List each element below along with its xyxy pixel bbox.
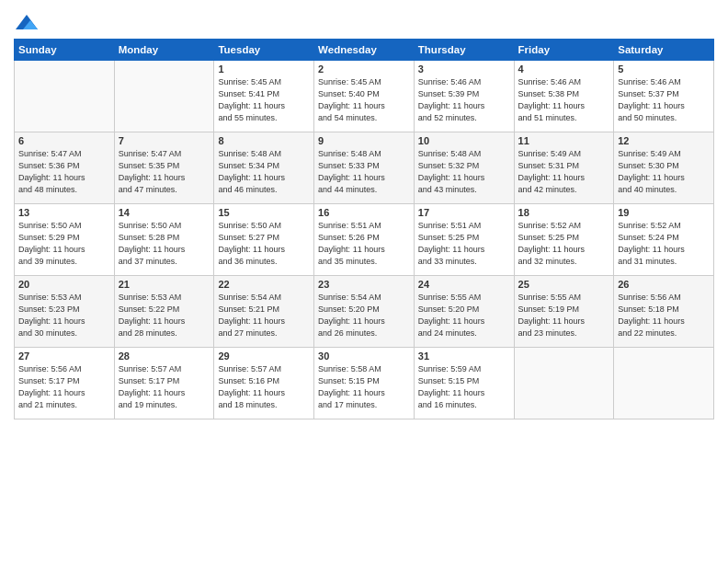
day-cell bbox=[15, 61, 115, 132]
day-info: Sunrise: 5:52 AM Sunset: 5:24 PM Dayligh… bbox=[618, 220, 710, 268]
day-cell: 15Sunrise: 5:50 AM Sunset: 5:27 PM Dayli… bbox=[214, 204, 314, 276]
day-info: Sunrise: 5:54 AM Sunset: 5:21 PM Dayligh… bbox=[218, 292, 310, 339]
day-cell: 8Sunrise: 5:48 AM Sunset: 5:34 PM Daylig… bbox=[214, 132, 314, 204]
day-info: Sunrise: 5:55 AM Sunset: 5:19 PM Dayligh… bbox=[518, 292, 610, 339]
day-info: Sunrise: 5:58 AM Sunset: 5:15 PM Dayligh… bbox=[318, 363, 410, 411]
day-info: Sunrise: 5:47 AM Sunset: 5:36 PM Dayligh… bbox=[18, 148, 110, 196]
day-number: 26 bbox=[618, 279, 710, 290]
day-info: Sunrise: 5:56 AM Sunset: 5:17 PM Dayligh… bbox=[18, 363, 110, 411]
day-info: Sunrise: 5:57 AM Sunset: 5:16 PM Dayligh… bbox=[218, 363, 310, 411]
day-info: Sunrise: 5:49 AM Sunset: 5:31 PM Dayligh… bbox=[518, 148, 610, 196]
day-cell: 11Sunrise: 5:49 AM Sunset: 5:31 PM Dayli… bbox=[514, 132, 614, 204]
day-cell: 26Sunrise: 5:56 AM Sunset: 5:18 PM Dayli… bbox=[614, 276, 714, 348]
day-info: Sunrise: 5:59 AM Sunset: 5:15 PM Dayligh… bbox=[418, 363, 510, 411]
day-cell: 20Sunrise: 5:53 AM Sunset: 5:23 PM Dayli… bbox=[15, 276, 115, 348]
weekday-header-sunday: Sunday bbox=[15, 40, 115, 61]
day-number: 9 bbox=[318, 135, 410, 146]
day-number: 1 bbox=[218, 63, 310, 75]
day-info: Sunrise: 5:50 AM Sunset: 5:28 PM Dayligh… bbox=[119, 220, 210, 268]
day-info: Sunrise: 5:45 AM Sunset: 5:40 PM Dayligh… bbox=[318, 76, 410, 124]
day-cell: 24Sunrise: 5:55 AM Sunset: 5:20 PM Dayli… bbox=[414, 276, 514, 348]
day-cell: 2Sunrise: 5:45 AM Sunset: 5:40 PM Daylig… bbox=[314, 61, 415, 132]
day-info: Sunrise: 5:53 AM Sunset: 5:22 PM Dayligh… bbox=[119, 292, 210, 339]
day-number: 18 bbox=[518, 207, 610, 218]
day-cell: 22Sunrise: 5:54 AM Sunset: 5:21 PM Dayli… bbox=[214, 276, 314, 348]
weekday-header-thursday: Thursday bbox=[414, 40, 514, 61]
day-cell: 12Sunrise: 5:49 AM Sunset: 5:30 PM Dayli… bbox=[614, 132, 714, 204]
day-cell bbox=[114, 61, 214, 132]
day-number: 20 bbox=[18, 279, 110, 290]
day-number: 22 bbox=[218, 279, 310, 290]
day-info: Sunrise: 5:48 AM Sunset: 5:33 PM Dayligh… bbox=[318, 148, 410, 196]
day-info: Sunrise: 5:56 AM Sunset: 5:18 PM Dayligh… bbox=[618, 292, 710, 339]
day-info: Sunrise: 5:51 AM Sunset: 5:26 PM Dayligh… bbox=[318, 220, 410, 268]
calendar-container: SundayMondayTuesdayWednesdayThursdayFrid… bbox=[0, 0, 728, 424]
weekday-header-wednesday: Wednesday bbox=[314, 40, 415, 61]
day-number: 19 bbox=[618, 207, 710, 218]
logo bbox=[14, 13, 41, 33]
day-info: Sunrise: 5:57 AM Sunset: 5:17 PM Dayligh… bbox=[119, 363, 210, 411]
day-cell: 28Sunrise: 5:57 AM Sunset: 5:17 PM Dayli… bbox=[114, 348, 214, 419]
week-row-1: 1Sunrise: 5:45 AM Sunset: 5:41 PM Daylig… bbox=[15, 61, 714, 132]
day-cell: 4Sunrise: 5:46 AM Sunset: 5:38 PM Daylig… bbox=[514, 61, 614, 132]
week-row-3: 13Sunrise: 5:50 AM Sunset: 5:29 PM Dayli… bbox=[15, 204, 714, 276]
day-number: 8 bbox=[218, 135, 310, 146]
day-cell: 10Sunrise: 5:48 AM Sunset: 5:32 PM Dayli… bbox=[414, 132, 514, 204]
weekday-header-saturday: Saturday bbox=[614, 40, 714, 61]
day-number: 13 bbox=[18, 207, 110, 218]
logo-icon bbox=[14, 13, 40, 33]
day-cell: 18Sunrise: 5:52 AM Sunset: 5:25 PM Dayli… bbox=[514, 204, 614, 276]
day-cell: 9Sunrise: 5:48 AM Sunset: 5:33 PM Daylig… bbox=[314, 132, 415, 204]
day-info: Sunrise: 5:46 AM Sunset: 5:39 PM Dayligh… bbox=[418, 76, 510, 124]
day-number: 6 bbox=[18, 135, 110, 146]
day-info: Sunrise: 5:53 AM Sunset: 5:23 PM Dayligh… bbox=[18, 292, 110, 339]
day-cell: 27Sunrise: 5:56 AM Sunset: 5:17 PM Dayli… bbox=[15, 348, 115, 419]
day-number: 5 bbox=[618, 63, 710, 75]
day-number: 31 bbox=[418, 350, 510, 362]
day-number: 24 bbox=[418, 279, 510, 290]
day-number: 15 bbox=[218, 207, 310, 218]
week-row-4: 20Sunrise: 5:53 AM Sunset: 5:23 PM Dayli… bbox=[15, 276, 714, 348]
day-cell: 30Sunrise: 5:58 AM Sunset: 5:15 PM Dayli… bbox=[314, 348, 415, 419]
day-number: 7 bbox=[119, 135, 210, 146]
day-info: Sunrise: 5:52 AM Sunset: 5:25 PM Dayligh… bbox=[518, 220, 610, 268]
day-info: Sunrise: 5:55 AM Sunset: 5:20 PM Dayligh… bbox=[418, 292, 510, 339]
day-cell: 25Sunrise: 5:55 AM Sunset: 5:19 PM Dayli… bbox=[514, 276, 614, 348]
day-info: Sunrise: 5:50 AM Sunset: 5:29 PM Dayligh… bbox=[18, 220, 110, 268]
day-cell: 7Sunrise: 5:47 AM Sunset: 5:35 PM Daylig… bbox=[114, 132, 214, 204]
day-cell: 16Sunrise: 5:51 AM Sunset: 5:26 PM Dayli… bbox=[314, 204, 415, 276]
day-number: 21 bbox=[119, 279, 210, 290]
weekday-header-row: SundayMondayTuesdayWednesdayThursdayFrid… bbox=[15, 40, 714, 61]
day-cell bbox=[514, 348, 614, 419]
day-cell: 17Sunrise: 5:51 AM Sunset: 5:25 PM Dayli… bbox=[414, 204, 514, 276]
day-number: 4 bbox=[518, 63, 610, 75]
day-cell: 31Sunrise: 5:59 AM Sunset: 5:15 PM Dayli… bbox=[414, 348, 514, 419]
day-cell: 29Sunrise: 5:57 AM Sunset: 5:16 PM Dayli… bbox=[214, 348, 314, 419]
day-number: 30 bbox=[318, 350, 410, 362]
day-number: 23 bbox=[318, 279, 410, 290]
header bbox=[14, 9, 714, 33]
day-number: 14 bbox=[119, 207, 210, 218]
week-row-2: 6Sunrise: 5:47 AM Sunset: 5:36 PM Daylig… bbox=[15, 132, 714, 204]
day-number: 16 bbox=[318, 207, 410, 218]
weekday-header-monday: Monday bbox=[114, 40, 214, 61]
day-cell: 14Sunrise: 5:50 AM Sunset: 5:28 PM Dayli… bbox=[114, 204, 214, 276]
day-cell: 3Sunrise: 5:46 AM Sunset: 5:39 PM Daylig… bbox=[414, 61, 514, 132]
week-row-5: 27Sunrise: 5:56 AM Sunset: 5:17 PM Dayli… bbox=[15, 348, 714, 419]
day-number: 10 bbox=[418, 135, 510, 146]
day-number: 28 bbox=[119, 350, 210, 362]
day-cell: 5Sunrise: 5:46 AM Sunset: 5:37 PM Daylig… bbox=[614, 61, 714, 132]
day-number: 3 bbox=[418, 63, 510, 75]
day-cell bbox=[614, 348, 714, 419]
day-cell: 19Sunrise: 5:52 AM Sunset: 5:24 PM Dayli… bbox=[614, 204, 714, 276]
day-number: 11 bbox=[518, 135, 610, 146]
day-cell: 1Sunrise: 5:45 AM Sunset: 5:41 PM Daylig… bbox=[214, 61, 314, 132]
day-info: Sunrise: 5:48 AM Sunset: 5:32 PM Dayligh… bbox=[418, 148, 510, 196]
day-info: Sunrise: 5:54 AM Sunset: 5:20 PM Dayligh… bbox=[318, 292, 410, 339]
day-info: Sunrise: 5:46 AM Sunset: 5:37 PM Dayligh… bbox=[618, 76, 710, 124]
day-info: Sunrise: 5:48 AM Sunset: 5:34 PM Dayligh… bbox=[218, 148, 310, 196]
day-cell: 23Sunrise: 5:54 AM Sunset: 5:20 PM Dayli… bbox=[314, 276, 415, 348]
day-cell: 6Sunrise: 5:47 AM Sunset: 5:36 PM Daylig… bbox=[15, 132, 115, 204]
calendar-table: SundayMondayTuesdayWednesdayThursdayFrid… bbox=[14, 39, 714, 419]
day-info: Sunrise: 5:51 AM Sunset: 5:25 PM Dayligh… bbox=[418, 220, 510, 268]
